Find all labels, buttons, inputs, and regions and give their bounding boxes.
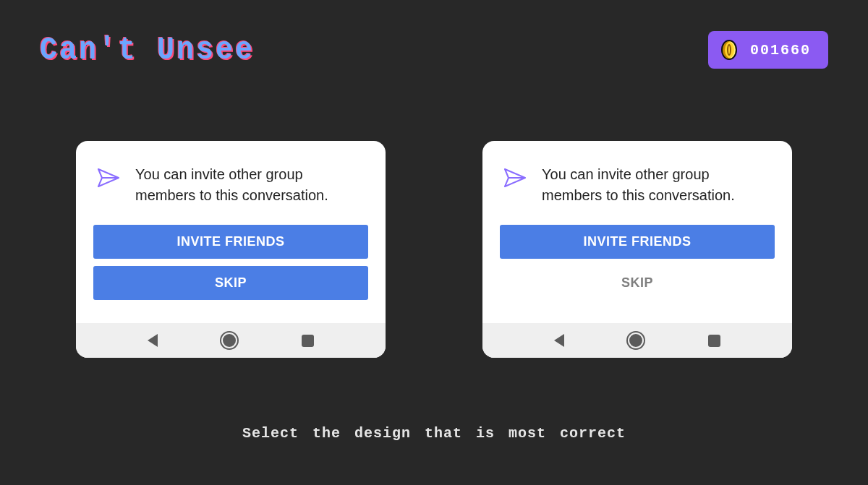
comparison-arena: You can invite other group members to th… bbox=[40, 141, 828, 358]
android-navbar bbox=[76, 323, 386, 358]
invite-friends-button[interactable]: INVITE FRIENDS bbox=[93, 225, 368, 259]
coin-icon bbox=[721, 40, 737, 60]
skip-button[interactable]: SKIP bbox=[93, 266, 368, 300]
home-icon bbox=[223, 334, 236, 347]
card-text: You can invite other group members to th… bbox=[135, 164, 364, 206]
skip-button[interactable]: SKIP bbox=[500, 266, 775, 300]
send-icon bbox=[98, 168, 119, 187]
send-icon bbox=[504, 168, 526, 187]
score-value: 001660 bbox=[750, 42, 811, 59]
android-navbar bbox=[482, 323, 792, 358]
logo: Can't Unsee bbox=[40, 32, 255, 68]
back-icon bbox=[554, 334, 564, 347]
recents-icon bbox=[708, 335, 720, 347]
home-icon bbox=[629, 334, 642, 347]
option-right[interactable]: You can invite other group members to th… bbox=[482, 141, 792, 358]
instruction-text: Select the design that is most correct bbox=[0, 425, 868, 442]
invite-friends-button[interactable]: INVITE FRIENDS bbox=[500, 225, 775, 259]
back-icon bbox=[148, 334, 158, 347]
recents-icon bbox=[302, 335, 314, 347]
card-text: You can invite other group members to th… bbox=[542, 164, 770, 206]
score-badge: 001660 bbox=[708, 31, 828, 69]
option-left[interactable]: You can invite other group members to th… bbox=[76, 141, 386, 358]
